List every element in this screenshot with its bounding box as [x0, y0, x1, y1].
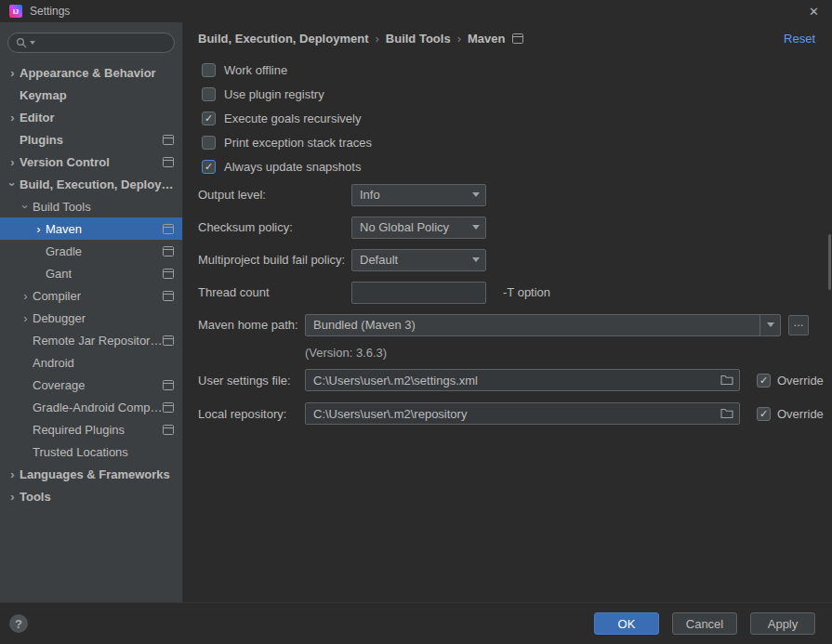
titlebar: IJ Settings ✕: [0, 0, 832, 22]
maven-version-text: (Version: 3.6.3): [305, 346, 387, 360]
chevron-right-icon[interactable]: ›: [6, 66, 20, 80]
fail-policy-value: Default: [352, 253, 467, 267]
sidebar-item-label: Compiler: [33, 289, 81, 303]
sidebar-item-compiler[interactable]: ›Compiler: [0, 284, 182, 307]
sidebar-item-label: Required Plugins: [33, 423, 125, 437]
checkbox[interactable]: [202, 136, 216, 150]
override-checkbox[interactable]: ✓: [757, 407, 771, 421]
user-settings-input[interactable]: C:\Users\user\.m2\settings.xml: [305, 369, 740, 391]
chevron-right-icon[interactable]: ›: [6, 490, 20, 504]
thread-count-input[interactable]: [351, 282, 486, 304]
project-settings-icon: [163, 246, 174, 256]
sidebar-item-label: Languages & Frameworks: [20, 467, 170, 481]
sidebar-item-label: Android: [33, 356, 74, 370]
sidebar-item-appearance-behavior[interactable]: ›Appearance & Behavior: [0, 61, 182, 84]
help-button[interactable]: ?: [9, 614, 28, 633]
sidebar-item-required-plugins[interactable]: Required Plugins: [0, 418, 182, 440]
sidebar-item-build-execution-deployment[interactable]: ›Build, Execution, Deployment: [0, 173, 182, 195]
checkbox[interactable]: [202, 87, 216, 101]
chevron-right-icon[interactable]: ›: [6, 111, 20, 125]
override-label: Override: [777, 374, 824, 388]
sidebar-item-gradle[interactable]: Gradle: [0, 240, 182, 262]
output-level-select[interactable]: Info: [351, 184, 486, 206]
sidebar-item-trusted-locations[interactable]: Trusted Locations: [0, 440, 182, 463]
main-panel: Build, Execution, Deployment › Build Too…: [183, 22, 832, 602]
chevron-right-icon[interactable]: ›: [19, 289, 33, 303]
local-repo-override[interactable]: ✓ Override: [757, 407, 824, 421]
sidebar-item-label: Remote Jar Repositories: [33, 334, 163, 348]
maven-home-value: Bundled (Maven 3): [306, 318, 759, 332]
sidebar-item-tools[interactable]: ›Tools: [0, 485, 182, 507]
thread-count-hint: -T option: [503, 285, 550, 299]
sidebar-item-version-control[interactable]: ›Version Control: [0, 151, 182, 173]
override-label: Override: [777, 407, 824, 421]
chevron-right-icon[interactable]: ›: [6, 467, 20, 481]
folder-icon[interactable]: [720, 408, 733, 419]
local-repo-row: Local repository: C:\Users\user\.m2\repo…: [183, 397, 832, 430]
chevron-right-icon[interactable]: ›: [32, 222, 46, 236]
close-icon[interactable]: ✕: [805, 5, 823, 19]
settings-search-input[interactable]: [35, 35, 166, 50]
breadcrumb-maven[interactable]: Maven: [468, 32, 505, 46]
sidebar-item-debugger[interactable]: ›Debugger: [0, 307, 182, 329]
checkbox[interactable]: [202, 63, 216, 77]
settings-search-box[interactable]: [7, 33, 175, 53]
reset-link[interactable]: Reset: [784, 32, 815, 46]
sidebar-item-label: Coverage: [33, 378, 85, 392]
sidebar-item-android[interactable]: Android: [0, 351, 182, 374]
user-settings-override[interactable]: ✓ Override: [757, 374, 824, 388]
thread-count-row: Thread count -T option: [183, 276, 832, 309]
sidebar-item-remote-jar-repositories[interactable]: Remote Jar Repositories: [0, 329, 182, 351]
local-repo-label: Local repository:: [198, 407, 305, 421]
option-always-update-snapshots[interactable]: ✓Always update snapshots: [183, 154, 832, 178]
checkbox[interactable]: ✓: [202, 112, 216, 125]
dialog-buttons: OK Cancel Apply: [594, 612, 815, 635]
fail-policy-select[interactable]: Default: [351, 249, 486, 271]
browse-button[interactable]: ...: [788, 315, 809, 335]
option-work-offline[interactable]: Work offline: [183, 58, 832, 82]
chevron-down-icon[interactable]: [467, 217, 485, 238]
sidebar-item-gant[interactable]: Gant: [0, 262, 182, 284]
checksum-policy-label: Checksum policy:: [198, 220, 351, 234]
maven-home-label: Maven home path:: [198, 318, 305, 332]
folder-icon[interactable]: [720, 375, 733, 386]
window-title: Settings: [30, 5, 70, 18]
chevron-right-icon[interactable]: ›: [6, 155, 20, 169]
local-repo-input[interactable]: C:\Users\user\.m2\repository: [305, 402, 740, 425]
maven-home-select[interactable]: Bundled (Maven 3): [305, 314, 781, 336]
ok-button[interactable]: OK: [594, 612, 659, 635]
sidebar-item-gradle-android-compiler[interactable]: Gradle-Android Compiler: [0, 396, 182, 418]
intellij-logo-icon: IJ: [9, 5, 22, 18]
search-icon: [16, 37, 27, 48]
breadcrumb-build-execution-deployment[interactable]: Build, Execution, Deployment: [198, 32, 368, 46]
scrollbar-thumb[interactable]: [828, 234, 831, 290]
checksum-policy-select[interactable]: No Global Policy: [351, 217, 486, 239]
option-execute-goals-recursively[interactable]: ✓Execute goals recursively: [183, 106, 832, 130]
sidebar-item-keymap[interactable]: Keymap: [0, 84, 182, 106]
override-checkbox[interactable]: ✓: [757, 374, 771, 388]
sidebar-item-languages-frameworks[interactable]: ›Languages & Frameworks: [0, 463, 182, 485]
sidebar-item-coverage[interactable]: Coverage: [0, 374, 182, 396]
checkbox[interactable]: ✓: [202, 160, 216, 174]
chevron-down-icon[interactable]: ›: [19, 200, 33, 214]
fail-policy-row: Multiproject build fail policy: Default: [183, 243, 832, 276]
checkbox-label: Use plugin registry: [224, 87, 324, 101]
apply-button[interactable]: Apply: [750, 612, 815, 635]
option-use-plugin-registry[interactable]: Use plugin registry: [183, 82, 832, 106]
sidebar-item-maven[interactable]: ›Maven: [0, 217, 182, 240]
chevron-down-icon[interactable]: [467, 185, 485, 205]
breadcrumb-build-tools[interactable]: Build Tools: [386, 32, 451, 46]
chevron-right-icon[interactable]: ›: [19, 311, 33, 325]
output-level-value: Info: [352, 188, 467, 202]
cancel-button[interactable]: Cancel: [672, 612, 737, 635]
chevron-down-icon[interactable]: ›: [6, 177, 20, 191]
settings-tree: ›Appearance & BehaviorKeymap›EditorPlugi…: [0, 61, 182, 507]
project-settings-icon: [163, 380, 174, 390]
sidebar-item-editor[interactable]: ›Editor: [0, 106, 182, 128]
chevron-down-icon[interactable]: [467, 250, 485, 270]
sidebar-item-plugins[interactable]: Plugins: [0, 128, 182, 151]
sidebar-item-build-tools[interactable]: ›Build Tools: [0, 195, 182, 217]
checkbox-label: Always update snapshots: [224, 160, 361, 174]
chevron-down-icon[interactable]: [759, 315, 780, 335]
option-print-exception-stack-traces[interactable]: Print exception stack traces: [183, 130, 832, 154]
